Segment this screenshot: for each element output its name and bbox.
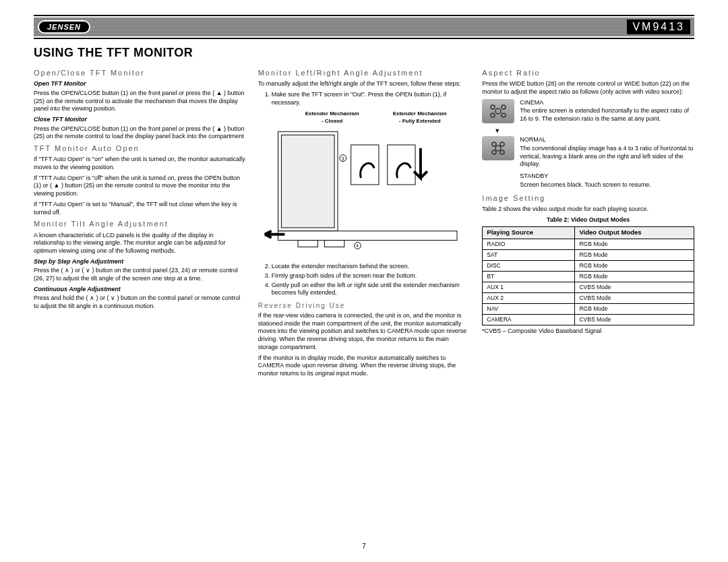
heading-tilt: Monitor Tilt Angle Adjustment xyxy=(34,219,246,228)
steps-list: Locate the extender mechanism behind the… xyxy=(272,263,471,297)
column-right: Aspect Ratio Press the WIDE button (28) … xyxy=(482,65,694,381)
columns: Open/Close TFT Monitor Open TFT Monitor … xyxy=(34,65,694,381)
model-number: VM9413 xyxy=(627,20,690,34)
table-cell: BT xyxy=(483,271,575,282)
label: CINEMA xyxy=(520,99,694,107)
table-cell: RGB Mode xyxy=(575,249,694,260)
logo: JENSEN xyxy=(38,20,90,34)
page-number: 7 xyxy=(362,542,366,550)
table-cell: AUX 2 xyxy=(483,292,575,303)
table-cell: RGB Mode xyxy=(575,303,694,314)
para: Press the OPEN/CLOSE button (1) on the f… xyxy=(34,125,246,141)
aspect-standby: STANDBY Screen becomes black. Touch scre… xyxy=(482,173,694,189)
table-cell: CVBS Mode xyxy=(575,282,694,292)
svg-rect-1 xyxy=(281,135,334,228)
svg-point-17 xyxy=(500,142,504,146)
table-cell: RADIO xyxy=(483,239,575,249)
step: Firmly grasp both sides of the screen ne… xyxy=(272,272,471,280)
para: To manually adjust the left/right angle … xyxy=(258,80,471,88)
step: Make sure the TFT screen in "Out". Press… xyxy=(272,91,471,106)
diagram-icon: 3 4 xyxy=(258,111,471,259)
table-caption: Table 2: Video Output Modes xyxy=(482,216,694,224)
th-mode: Video Output Modes xyxy=(575,227,694,239)
table-footnote: *CVBS – Composite Video Baseband Signal xyxy=(482,327,694,336)
svg-point-18 xyxy=(492,150,496,154)
th-source: Playing Source xyxy=(483,227,575,239)
heading-auto-open: TFT Monitor Auto Open xyxy=(34,144,246,153)
heading-open-close: Open/Close TFT Monitor xyxy=(34,68,246,77)
para: If "TFT Auto Open" is "on" when the unit… xyxy=(34,156,246,171)
subhead-close: Close TFT Monitor xyxy=(34,116,246,124)
svg-text:4: 4 xyxy=(356,244,359,249)
svg-point-19 xyxy=(500,150,504,154)
svg-point-12 xyxy=(502,105,506,109)
para: Press the WIDE button (28) on the remote… xyxy=(482,80,694,96)
svg-point-15 xyxy=(495,108,501,114)
figure-extender: Extender Mechanism- Closed Extender Mech… xyxy=(258,111,471,259)
para: Press the OPEN/CLOSE button (1) on the f… xyxy=(34,90,246,113)
desc: Screen becomes black. Touch screen to re… xyxy=(520,181,694,189)
aspect-cinema: CINEMA The entire screen is extended hor… xyxy=(482,99,694,123)
steps-list: Make sure the TFT screen in "Out". Press… xyxy=(272,91,471,106)
svg-point-14 xyxy=(502,113,506,117)
svg-text:3: 3 xyxy=(341,156,344,161)
table-cell: RGB Mode xyxy=(575,271,694,282)
svg-rect-4 xyxy=(278,231,457,241)
subhead-open: Open TFT Monitor xyxy=(34,80,246,88)
page-title: USING THE TFT MONITOR xyxy=(34,46,694,60)
heading-image-setting: Image Setting xyxy=(482,193,694,203)
table-row: AUX 2CVBS Mode xyxy=(483,292,694,303)
table-cell: AUX 1 xyxy=(483,282,575,292)
step: Gently pull on either the left or right … xyxy=(272,282,471,297)
table-cell: RGB Mode xyxy=(575,260,694,271)
svg-point-11 xyxy=(491,105,495,109)
para: If "TFT Auto Open" is set to "Manual", t… xyxy=(34,201,246,216)
svg-rect-6 xyxy=(324,241,344,247)
para: If the rear-view video camera is connect… xyxy=(258,312,471,351)
subhead-step: Step by Step Angle Adjustment xyxy=(34,258,246,266)
step: Locate the extender mechanism behind the… xyxy=(272,263,471,271)
table-row: BTRGB Mode xyxy=(483,271,694,282)
table-cell: CAMERA xyxy=(483,314,575,325)
desc: The entire screen is extended horizontal… xyxy=(520,107,694,123)
para: Table 2 shows the video output mode for … xyxy=(482,206,694,214)
table-row: RADIORGB Mode xyxy=(483,239,694,249)
label: STANDBY xyxy=(520,173,694,181)
rule-top xyxy=(34,15,694,16)
table-cell: CVBS Mode xyxy=(575,314,694,325)
heading-reverse: Reverse Driving Use xyxy=(258,301,471,310)
table-cell: DISC xyxy=(483,260,575,271)
column-left: Open/Close TFT Monitor Open TFT Monitor … xyxy=(34,65,246,381)
para: A known characteristic of LCD panels is … xyxy=(34,232,246,255)
para: Press the ( ∧ ) or ( ∨ ) button on the c… xyxy=(34,267,246,282)
table-row: DISCRGB Mode xyxy=(483,260,694,271)
svg-point-13 xyxy=(491,113,495,117)
svg-rect-5 xyxy=(298,241,318,247)
table-cell: CVBS Mode xyxy=(575,292,694,303)
table-row: NAVRGB Mode xyxy=(483,303,694,314)
table-cell: RGB Mode xyxy=(575,239,694,249)
heading-left-right: Monitor Left/Right Angle Adjustment xyxy=(258,68,471,77)
fig-label: Extender Mechanism- Closed xyxy=(305,111,359,125)
para: If the monitor is in display mode, the m… xyxy=(258,354,471,378)
normal-icon xyxy=(482,136,514,160)
table-row: AUX 1CVBS Mode xyxy=(483,282,694,292)
desc: The conventional display image has a 4 t… xyxy=(520,145,694,168)
table-row: SATRGB Mode xyxy=(483,249,694,260)
video-output-table: Playing Source Video Output Modes RADIOR… xyxy=(482,226,694,325)
aspect-normal: NORMAL The conventional display image ha… xyxy=(482,136,694,168)
header-bar: JENSEN VM9413 xyxy=(34,18,694,36)
label: NORMAL xyxy=(520,136,694,144)
heading-aspect: Aspect Ratio xyxy=(482,68,694,77)
table-cell: NAV xyxy=(483,303,575,314)
para: Press and hold the ( ∧ ) or ( ∨ ) button… xyxy=(34,294,246,310)
column-mid: Monitor Left/Right Angle Adjustment To m… xyxy=(258,65,471,381)
svg-point-20 xyxy=(495,146,501,151)
rule-bottom xyxy=(34,38,694,39)
para: If "TFT Auto Open" is "off" when the uni… xyxy=(34,175,246,198)
table-row: CAMERACVBS Mode xyxy=(483,314,694,325)
cinema-icon xyxy=(482,99,514,123)
down-arrow-icon: ▼ xyxy=(494,127,694,135)
subhead-continuous: Continuous Angle Adjustment xyxy=(34,286,246,294)
fig-label: Extender Mechanism- Fully Extended xyxy=(393,111,447,125)
